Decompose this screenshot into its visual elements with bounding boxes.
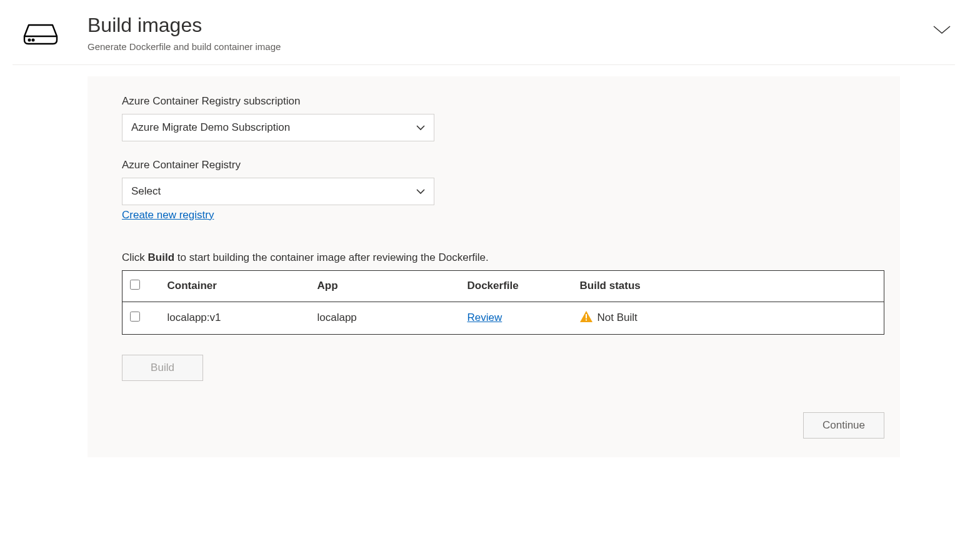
header-status: Build status — [572, 270, 884, 302]
subscription-select-value: Azure Migrate Demo Subscription — [131, 121, 290, 134]
create-registry-link[interactable]: Create new registry — [122, 209, 214, 221]
header-app: App — [310, 270, 460, 302]
instruction-prefix: Click — [122, 251, 148, 263]
header-checkbox-cell — [122, 270, 160, 302]
subscription-label: Azure Container Registry subscription — [122, 95, 866, 108]
registry-select-value: Select — [131, 185, 161, 198]
page-subtitle: Generate Dockerfile and build container … — [88, 41, 914, 52]
continue-button[interactable]: Continue — [803, 412, 884, 439]
collapse-chevron-icon[interactable] — [932, 13, 955, 37]
warning-icon — [580, 311, 592, 325]
svg-point-1 — [29, 39, 31, 41]
content-panel: Azure Container Registry subscription Az… — [88, 76, 900, 457]
subscription-field-group: Azure Container Registry subscription Az… — [122, 95, 866, 141]
instruction-suffix: to start building the container image af… — [174, 251, 489, 263]
page-header: Build images Generate Dockerfile and bui… — [12, 13, 955, 65]
header-dockerfile: Dockerfile — [460, 270, 572, 302]
containers-table: Container App Dockerfile Build status lo… — [122, 270, 884, 335]
status-text: Not Built — [598, 312, 638, 324]
chevron-down-icon — [416, 185, 425, 198]
build-instruction: Click Build to start building the contai… — [122, 251, 866, 264]
chevron-down-icon — [416, 121, 425, 134]
registry-field-group: Azure Container Registry Select Create n… — [122, 159, 866, 221]
svg-rect-4 — [586, 319, 587, 320]
disk-icon — [12, 13, 69, 45]
subscription-select[interactable]: Azure Migrate Demo Subscription — [122, 114, 434, 141]
table-row: localapp:v1 localapp Review — [122, 302, 884, 334]
cell-container: localapp:v1 — [160, 302, 310, 334]
header-container: Container — [160, 270, 310, 302]
page-title: Build images — [88, 13, 914, 39]
cell-dockerfile: Review — [460, 302, 572, 334]
row-checkbox-cell — [122, 302, 160, 334]
svg-point-2 — [32, 39, 34, 41]
footer-row: Continue — [122, 412, 884, 439]
cell-app: localapp — [310, 302, 460, 334]
registry-select[interactable]: Select — [122, 178, 434, 205]
instruction-bold: Build — [148, 251, 175, 263]
table-header-row: Container App Dockerfile Build status — [122, 270, 884, 302]
select-all-checkbox[interactable] — [130, 280, 140, 290]
review-dockerfile-link[interactable]: Review — [468, 312, 502, 323]
svg-rect-3 — [586, 314, 587, 318]
registry-label: Azure Container Registry — [122, 159, 866, 171]
build-button[interactable]: Build — [122, 355, 203, 381]
cell-status: Not Built — [572, 302, 884, 334]
row-checkbox[interactable] — [130, 312, 140, 322]
